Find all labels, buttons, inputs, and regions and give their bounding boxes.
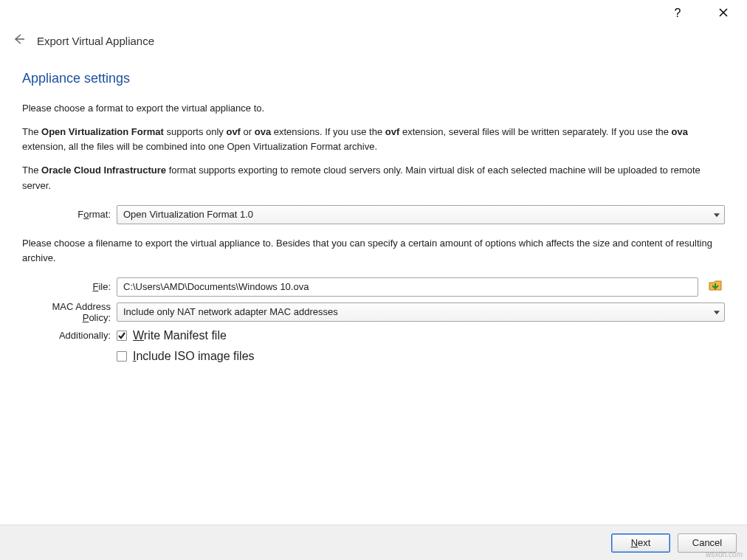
file-input[interactable]: C:\Users\AMD\Documents\Windows 10.ova xyxy=(117,277,698,297)
mac-policy-select[interactable]: Include only NAT network adapter MAC add… xyxy=(117,303,725,322)
cancel-button[interactable]: Cancel xyxy=(678,533,737,553)
help-icon: ? xyxy=(675,7,681,20)
intro-paragraph-4: Please choose a filename to export the v… xyxy=(22,236,725,266)
additionally-row: Additionally: Write Manifest file Includ… xyxy=(22,329,725,363)
back-arrow-icon xyxy=(12,35,25,48)
close-icon xyxy=(719,7,728,19)
close-button[interactable] xyxy=(712,1,735,25)
titlebar: ? xyxy=(0,0,747,27)
help-button[interactable]: ? xyxy=(666,1,689,25)
format-row: Format: Open Virtualization Format 1.0 xyxy=(22,205,725,224)
content-area: Appliance settings Please choose a forma… xyxy=(0,71,747,525)
chevron-down-icon xyxy=(714,213,720,217)
mac-label: MAC Address Policy: xyxy=(22,301,111,323)
mac-policy-select-value: Include only NAT network adapter MAC add… xyxy=(123,306,338,317)
watermark: wsxdn.com xyxy=(706,550,743,559)
write-manifest-option[interactable]: Write Manifest file xyxy=(117,329,255,342)
additionally-label: Additionally: xyxy=(22,329,111,341)
wizard-header: Export Virtual Appliance xyxy=(0,27,747,71)
chevron-down-icon xyxy=(714,311,720,314)
include-iso-option[interactable]: Include ISO image files xyxy=(117,350,255,363)
back-button[interactable] xyxy=(12,32,25,49)
wizard-footer: Next Cancel xyxy=(0,525,747,560)
wizard-title: Export Virtual Appliance xyxy=(37,35,154,47)
include-iso-label: Include ISO image files xyxy=(133,350,255,363)
file-input-value: C:\Users\AMD\Documents\Windows 10.ova xyxy=(123,281,309,292)
write-manifest-label: Write Manifest file xyxy=(133,329,227,342)
intro-paragraph-1: Please choose a format to export the vir… xyxy=(22,101,725,116)
mac-row: MAC Address Policy: Include only NAT net… xyxy=(22,301,725,323)
next-button[interactable]: Next xyxy=(611,533,670,553)
browse-button[interactable] xyxy=(706,277,725,297)
format-label: Format: xyxy=(22,209,111,220)
file-label: File: xyxy=(22,281,111,292)
checkbox-unchecked-icon xyxy=(117,351,127,362)
folder-icon xyxy=(708,278,723,296)
file-row: File: C:\Users\AMD\Documents\Windows 10.… xyxy=(22,277,725,297)
intro-paragraph-2: The Open Virtualization Format supports … xyxy=(22,125,725,154)
format-select-value: Open Virtualization Format 1.0 xyxy=(123,209,253,220)
intro-paragraph-3: The Oracle Cloud Infrastructure format s… xyxy=(22,163,725,193)
format-select[interactable]: Open Virtualization Format 1.0 xyxy=(117,205,725,224)
section-title: Appliance settings xyxy=(22,71,725,86)
checkbox-checked-icon xyxy=(117,331,127,341)
